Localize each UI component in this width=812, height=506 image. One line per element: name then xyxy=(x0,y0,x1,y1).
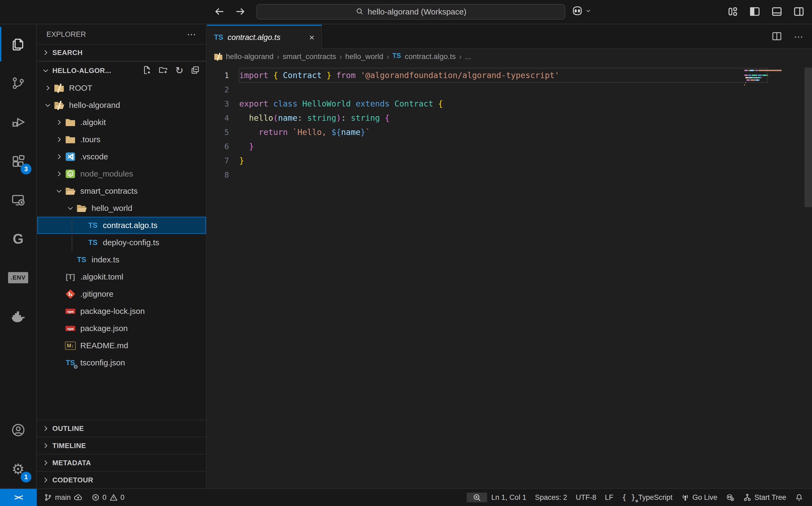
back-arrow-icon[interactable] xyxy=(214,6,225,18)
tree-item-hello-world[interactable]: hello_world xyxy=(37,199,206,217)
metadata-section-header[interactable]: METADATA xyxy=(37,454,206,471)
indentation-item[interactable]: Spaces: 2 xyxy=(531,493,571,502)
split-editor-icon[interactable] xyxy=(771,31,782,43)
language-mode-item[interactable]: { }⊗ TypeScript xyxy=(617,493,677,502)
tree-item--gitignore[interactable]: .gitignore xyxy=(37,285,206,303)
code-line-8[interactable]: 8 xyxy=(207,168,812,182)
tree-item-node-modules[interactable]: jsnode_modules xyxy=(37,165,206,182)
chevron-down-icon[interactable] xyxy=(55,186,64,195)
indent-guide xyxy=(72,217,72,251)
tree-item-label: .algokit.toml xyxy=(80,272,123,281)
explorer-icon[interactable] xyxy=(0,25,36,64)
toggle-secondary-sidebar-icon[interactable] xyxy=(793,6,805,18)
language-status-icon: { }⊗ xyxy=(622,493,636,502)
errors-icon xyxy=(91,493,100,502)
gitlens-icon[interactable]: G xyxy=(0,219,36,258)
root-folder-icon xyxy=(214,52,223,62)
forward-arrow-icon[interactable] xyxy=(234,6,246,18)
tree-item-tsconfig-json[interactable]: TS⚙tsconfig.json xyxy=(37,354,206,371)
tree-item-package-lock-json[interactable]: npmpackage-lock.json xyxy=(37,303,206,320)
chevron-right-icon[interactable] xyxy=(55,135,64,144)
timeline-section-header[interactable]: TIMELINE xyxy=(37,437,206,454)
breadcrumb-item--[interactable]: ... xyxy=(465,52,471,61)
zoom-status-item[interactable] xyxy=(467,493,487,502)
root-folder-open-icon xyxy=(53,99,65,111)
chevron-down-icon[interactable] xyxy=(43,101,52,110)
chevron-right-icon[interactable] xyxy=(55,169,64,178)
copilot-menu-button[interactable] xyxy=(571,5,591,17)
minimap[interactable] xyxy=(744,70,782,89)
breadcrumb-item-smart-contracts[interactable]: smart_contracts xyxy=(283,52,336,61)
breadcrumb-item-hello-world[interactable]: hello_world xyxy=(345,52,383,61)
breadcrumb-separator: › xyxy=(277,52,279,61)
tree-item-label: tsconfig.json xyxy=(80,358,125,367)
copilot-status-item[interactable] xyxy=(722,493,739,502)
code-text: } xyxy=(239,156,244,165)
notifications-bell-icon[interactable] xyxy=(791,493,808,502)
accounts-icon[interactable] xyxy=(0,411,36,449)
chevron-right-icon xyxy=(41,424,50,433)
tree-item-root[interactable]: ROOT xyxy=(37,79,206,97)
docker-icon[interactable] xyxy=(0,297,36,336)
eol-item[interactable]: LF xyxy=(601,493,618,502)
chevron-right-icon[interactable] xyxy=(55,152,64,161)
branch-item[interactable]: main xyxy=(40,493,87,502)
remote-explorer-icon[interactable] xyxy=(0,180,36,219)
codetour-section-header[interactable]: CODETOUR xyxy=(37,471,206,488)
problems-item[interactable]: 0 0 xyxy=(87,493,129,502)
start-tree-item[interactable]: Start Tree xyxy=(739,493,791,502)
go-live-item[interactable]: Go Live xyxy=(677,493,722,502)
tree-item--algokit[interactable]: .algokit xyxy=(37,114,206,131)
code-line-3[interactable]: 3export class HelloWorld extends Contrac… xyxy=(207,97,812,111)
project-section-header[interactable]: HELLO-ALGOR... ↻ xyxy=(37,61,206,79)
chevron-down-icon[interactable] xyxy=(66,203,75,213)
tree-item--tours[interactable]: .tours xyxy=(37,131,206,148)
tree-item-contract-algo-ts[interactable]: TScontract.algo.ts xyxy=(37,217,206,234)
breadcrumb-item-hello-algorand[interactable]: hello-algorand xyxy=(214,52,273,62)
settings-gear-icon[interactable]: ⚙ 1 xyxy=(0,449,36,488)
tree-item-index-ts[interactable]: TSindex.ts xyxy=(37,251,206,268)
tree-item-deploy-config-ts[interactable]: TSdeploy-config.ts xyxy=(37,234,206,251)
code-line-7[interactable]: 7} xyxy=(207,154,812,168)
tree-item--vscode[interactable]: .vscode xyxy=(37,148,206,165)
search-section-header[interactable]: SEARCH xyxy=(37,44,206,61)
source-control-icon[interactable] xyxy=(0,64,36,102)
command-center-search[interactable]: hello-algorand (Workspace) xyxy=(256,4,565,20)
breadcrumb-item-contract-algo-ts[interactable]: TScontract.algo.ts xyxy=(392,52,456,62)
code-line-6[interactable]: 6 } xyxy=(207,139,812,154)
tree-item-smart-contracts[interactable]: smart_contracts xyxy=(37,182,206,199)
remote-indicator[interactable]: >< xyxy=(0,489,37,506)
cursor-position-item[interactable]: Ln 1, Col 1 xyxy=(487,493,531,502)
encoding-item[interactable]: UTF-8 xyxy=(571,493,601,502)
code-line-2[interactable]: 2 xyxy=(207,82,812,97)
new-file-icon[interactable] xyxy=(142,65,152,76)
new-folder-icon[interactable] xyxy=(159,65,168,76)
code-line-5[interactable]: 5 return `Hello, ${name}` xyxy=(207,125,812,139)
close-tab-icon[interactable]: × xyxy=(309,33,314,42)
code-editor[interactable]: 1import { Contract } from '@algorandfoun… xyxy=(207,64,812,182)
tree-item-hello-algorand[interactable]: hello-algorand xyxy=(37,97,206,114)
tree-icon xyxy=(743,493,752,502)
vertical-scrollbar[interactable] xyxy=(805,68,812,207)
dotenv-icon[interactable]: .ENV xyxy=(0,258,36,297)
outline-section-header[interactable]: OUTLINE xyxy=(37,420,206,437)
code-line-4[interactable]: 4 hello(name: string): string { xyxy=(207,111,812,125)
editor-more-actions-icon[interactable]: ⋯ xyxy=(794,31,804,42)
tree-item--algokit-toml[interactable]: [T].algokit.toml xyxy=(37,268,206,285)
refresh-icon[interactable]: ↻ xyxy=(175,66,183,75)
tree-item-package-json[interactable]: npmpackage.json xyxy=(37,320,206,337)
toggle-primary-sidebar-icon[interactable] xyxy=(749,6,760,18)
tree-item-readme-md[interactable]: M↓README.md xyxy=(37,337,206,354)
line-number: 2 xyxy=(207,85,239,94)
tab-contract-algo-ts[interactable]: TS contract.algo.ts × xyxy=(207,25,322,49)
chevron-right-icon[interactable] xyxy=(43,83,52,93)
explorer-more-actions-icon[interactable]: ⋯ xyxy=(187,29,197,40)
toggle-panel-icon[interactable] xyxy=(771,6,783,18)
line-number: 5 xyxy=(207,128,239,137)
extensions-icon[interactable]: 3 xyxy=(0,141,36,180)
collapse-all-icon[interactable] xyxy=(191,65,200,76)
code-line-1[interactable]: 1import { Contract } from '@algorandfoun… xyxy=(207,68,812,82)
chevron-right-icon[interactable] xyxy=(55,118,64,127)
customize-layout-icon[interactable] xyxy=(727,6,738,18)
run-debug-icon[interactable] xyxy=(0,102,36,141)
